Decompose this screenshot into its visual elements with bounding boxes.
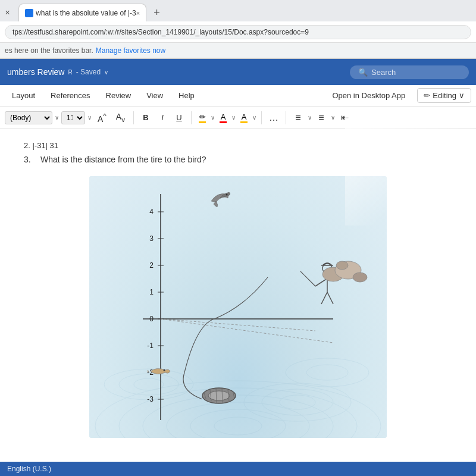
manage-favorites-link[interactable]: Manage favorites now	[96, 46, 165, 55]
svg-text:4: 4	[149, 208, 154, 216]
indent-dropdown-arrow[interactable]: ∨	[331, 114, 335, 121]
ribbon-tabs-bar: Layout References Review View Help Open …	[0, 85, 476, 107]
highlight-dropdown-arrow[interactable]: ∨	[252, 114, 256, 121]
list-button[interactable]: ≡	[291, 111, 305, 124]
question-3-number: 3.	[24, 155, 36, 164]
svg-text:0: 0	[149, 315, 154, 323]
underline-button[interactable]: U	[172, 112, 186, 123]
saved-status: - Saved	[76, 68, 101, 76]
pen-color-bar	[199, 121, 206, 123]
fish-illustration: ?	[148, 365, 171, 380]
bird-illustration	[205, 189, 235, 215]
question-2-text: 2. |-31| 31	[24, 141, 452, 150]
status-language: English (U.S.)	[7, 465, 51, 473]
outdent-button[interactable]: ⇤	[337, 111, 352, 124]
title-dropdown-arrow[interactable]: ∨	[104, 69, 108, 76]
editing-dropdown-arrow: ∨	[459, 91, 465, 100]
svg-line-33	[161, 319, 315, 331]
svg-line-41	[327, 292, 333, 304]
svg-point-50	[208, 391, 230, 400]
tab-close-button[interactable]: ×	[136, 10, 140, 17]
font-grow-button[interactable]: A^	[94, 111, 110, 125]
svg-line-32	[161, 319, 333, 343]
doc-title-text: umbers Review	[7, 67, 64, 77]
status-bar: English (U.S.)	[0, 462, 476, 476]
font-shrink-button[interactable]: Av	[112, 111, 129, 124]
font-family-select[interactable]: (Body)	[5, 111, 52, 124]
tab-view[interactable]: View	[139, 87, 170, 104]
browser-tab-active[interactable]: what is the absolute value of |-3 ×	[18, 4, 146, 21]
editing-button[interactable]: ✏ Editing ∨	[417, 88, 471, 103]
pen-color-button[interactable]: ✏	[196, 111, 208, 124]
graph-container: 4 3 2 1 0 -1	[89, 176, 387, 438]
font-color-button[interactable]: A	[217, 111, 229, 124]
tab-help[interactable]: Help	[171, 87, 202, 104]
search-placeholder: Search	[371, 68, 455, 77]
browser-chrome: ✕ what is the absolute value of |-3 × + …	[0, 0, 476, 59]
doc-content: 2. |-31| 31 3. What is the distance from…	[0, 129, 476, 462]
divider-4	[286, 111, 286, 124]
svg-line-42	[300, 271, 315, 286]
svg-text:3: 3	[149, 234, 154, 243]
pencil-icon: ✏	[424, 91, 430, 100]
bold-button[interactable]: B	[139, 112, 153, 123]
divider-3	[261, 111, 262, 124]
question-3-text: What is the distance from the tire to th…	[40, 155, 206, 164]
svg-text:1: 1	[149, 288, 154, 296]
svg-point-47	[164, 369, 165, 371]
question-3: 3. What is the distance from the tire to…	[24, 155, 452, 164]
tab-title: what is the absolute value of |-3	[36, 9, 136, 17]
svg-point-46	[336, 261, 348, 270]
svg-line-40	[321, 292, 327, 304]
font-color-bar	[220, 121, 227, 123]
office-app: umbers Review R - Saved ∨ 🔍 Search Layou…	[0, 59, 476, 462]
font-size-select[interactable]: 11	[61, 111, 85, 124]
svg-point-34	[226, 194, 228, 196]
list-dropdown-arrow[interactable]: ∨	[308, 114, 312, 121]
doc-title-area: umbers Review R - Saved ∨	[7, 67, 350, 77]
highlight-color-button[interactable]: A	[238, 111, 250, 124]
divider-1	[133, 111, 134, 124]
font-family-dropdown-icon[interactable]: ∨	[55, 114, 59, 121]
tab-bar: ✕ what is the absolute value of |-3 × +	[0, 0, 476, 21]
browser-close-icon[interactable]: ✕	[5, 9, 14, 17]
more-formatting-button[interactable]: …	[267, 111, 281, 124]
address-bar-input[interactable]	[5, 25, 471, 39]
pen-dropdown-arrow[interactable]: ∨	[211, 114, 215, 121]
tab-references[interactable]: References	[43, 87, 97, 104]
doc-title-superscript: R	[68, 69, 72, 76]
italic-button[interactable]: I	[155, 112, 170, 123]
svg-text:?: ?	[156, 377, 159, 377]
tab-layout[interactable]: Layout	[5, 87, 42, 104]
tab-review[interactable]: Review	[99, 87, 139, 104]
search-icon: 🔍	[358, 68, 368, 77]
highlight-icon: A	[242, 112, 247, 121]
font-size-dropdown-icon[interactable]: ∨	[87, 114, 92, 121]
new-tab-button[interactable]: +	[149, 7, 165, 19]
font-color-icon: A	[221, 112, 226, 121]
favorites-bar: es here on the favorites bar. Manage fav…	[0, 43, 476, 58]
svg-text:-1: -1	[147, 342, 154, 350]
divider-2	[191, 111, 192, 124]
open-desktop-button[interactable]: Open in Desktop App	[326, 89, 411, 102]
svg-text:-3: -3	[147, 395, 154, 403]
formatting-bar: (Body) ∨ 11 ∨ A^ Av B I U ✏ ∨ A ∨ A ∨ …	[0, 107, 476, 129]
ribbon-title-bar: umbers Review R - Saved ∨ 🔍 Search	[0, 59, 476, 85]
svg-text:2: 2	[149, 261, 154, 270]
rocks-illustration	[321, 248, 369, 286]
favorites-text: es here on the favorites bar.	[5, 46, 93, 55]
font-color-dropdown-arrow[interactable]: ∨	[231, 114, 236, 121]
address-bar-row	[0, 21, 476, 43]
search-box[interactable]: 🔍 Search	[350, 65, 469, 79]
tab-favicon	[25, 9, 33, 17]
tire-illustration	[201, 387, 237, 407]
pen-icon: ✏	[199, 112, 206, 121]
editing-label: Editing	[433, 91, 456, 100]
indent-button[interactable]: ≡	[314, 111, 328, 124]
highlight-color-bar	[240, 121, 248, 123]
svg-point-45	[353, 273, 367, 282]
